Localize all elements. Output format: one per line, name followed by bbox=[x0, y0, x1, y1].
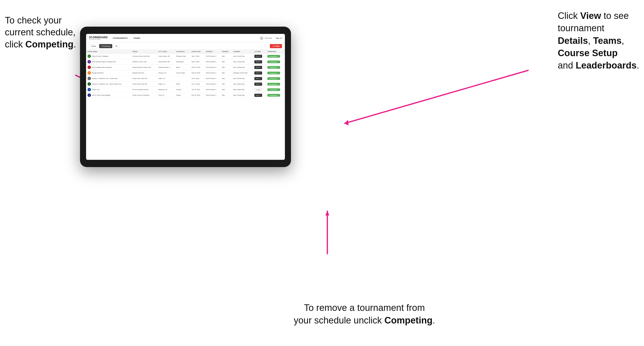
view-button[interactable]: View ⓘ bbox=[254, 66, 262, 69]
col-gender: GENDER bbox=[221, 50, 232, 53]
event-name: 2023 Sahalee Players Championship bbox=[92, 61, 116, 62]
annotation-bot1: To remove a tournament from bbox=[304, 303, 425, 313]
actions-cell: View ⓘ bbox=[253, 93, 266, 98]
event-name: Papago Individual bbox=[92, 72, 104, 74]
create-button[interactable]: + Create bbox=[270, 44, 282, 48]
team-logo: P bbox=[88, 71, 91, 75]
view-button[interactable]: View ⓘ bbox=[254, 55, 262, 58]
filter-all-btn[interactable]: All bbox=[113, 44, 120, 48]
view-button[interactable]: View ⓘ bbox=[254, 71, 262, 75]
hosted-by-cell: Hawaii bbox=[175, 93, 190, 98]
nav-tournaments[interactable]: TOURNAMENTS bbox=[112, 36, 128, 40]
event-name-cell: H John A. Burns Intercollegiate bbox=[86, 93, 131, 98]
start-date-cell: Sep 18, 2023 bbox=[190, 70, 205, 76]
venue-cell: Ak-Chin Southern Dunes bbox=[131, 87, 157, 93]
table-row: P Papago Individual Papago Golf ClubPhoe… bbox=[86, 70, 285, 76]
annotation-tr-and: and bbox=[558, 60, 576, 70]
annotation-bot2: your schedule unclick bbox=[294, 315, 384, 326]
actions-cell: ✏ Edit bbox=[253, 87, 266, 93]
competing-cell: Competing ✓ bbox=[266, 65, 285, 70]
competing-cell: Competing ✓ bbox=[266, 81, 285, 87]
brand-sub: Powered by clippi bbox=[89, 39, 108, 40]
city-state-cell: Maricopa, AZ bbox=[157, 87, 175, 93]
competing-cell: Competing ✓ bbox=[266, 70, 285, 76]
team-logo: H bbox=[88, 93, 91, 97]
division-cell: NCAA Division I bbox=[205, 87, 221, 93]
table-row: F Folds of Honor Collegiate American Dun… bbox=[86, 53, 285, 59]
table-body: F Folds of Honor Collegiate American Dun… bbox=[86, 53, 285, 98]
city-state-cell: Grand Haven, MI bbox=[157, 53, 175, 59]
tablet-screen: SCOREBOARD Powered by clippi TOURNAMENTS… bbox=[86, 34, 285, 160]
table-row: W 2023 Sahalee Players Championship Saha… bbox=[86, 59, 285, 65]
actions-cell: View ⓘ bbox=[253, 81, 266, 87]
filter-home-btn[interactable]: Home bbox=[89, 44, 98, 48]
competing-button[interactable]: Competing ✓ bbox=[268, 94, 280, 97]
competing-button[interactable]: Competing ✓ bbox=[268, 72, 280, 74]
scoring-cell: individual, Stroke Play bbox=[232, 70, 253, 76]
edit-button[interactable]: ✏ Edit bbox=[254, 88, 262, 91]
start-date-cell: Sep 4, 2023 bbox=[190, 53, 205, 59]
table-row: H John A. Burns Intercollegiate Ocean Co… bbox=[86, 93, 285, 98]
event-name-cell: P Papago Individual bbox=[86, 70, 131, 76]
annotation-tr-bold5: Leaderboards bbox=[576, 60, 636, 70]
division-cell: NCAA Division I bbox=[205, 53, 221, 59]
col-scoring: SCORING bbox=[232, 50, 253, 53]
gender-cell: Men bbox=[221, 70, 232, 76]
competing-button[interactable]: Competing ✓ bbox=[268, 88, 280, 91]
annotation-tr1: Click bbox=[558, 11, 580, 21]
scoring-cell: team, Match Play bbox=[232, 81, 253, 87]
view-button[interactable]: View ⓘ bbox=[254, 94, 262, 97]
hosted-by-cell: Illinois bbox=[175, 65, 190, 70]
competing-button[interactable]: Competing ✓ bbox=[268, 55, 280, 58]
actions-cell: View ⓘ bbox=[253, 59, 266, 65]
team-logo: I bbox=[88, 66, 91, 69]
hosted-by-cell: Michigan State bbox=[175, 53, 190, 59]
division-cell: NCAA Division I bbox=[205, 93, 221, 98]
view-button[interactable]: View ⓘ bbox=[254, 83, 262, 86]
col-venue: VENUE bbox=[131, 50, 157, 53]
annotation-tr-bold2: Details bbox=[558, 36, 588, 46]
annotation-tr-comma: , bbox=[588, 36, 593, 46]
competing-cell: Competing ✓ bbox=[266, 93, 285, 98]
gender-cell: Men bbox=[221, 53, 232, 59]
start-date-cell: Oct 9, 2023 bbox=[190, 76, 205, 81]
annotation-period: . bbox=[74, 39, 76, 49]
venue-cell: Papago Golf Club bbox=[131, 70, 157, 76]
event-name-cell: J Jackson T. Stephens Cup – Men's Match … bbox=[86, 81, 131, 87]
nav-teams[interactable]: TEAMS bbox=[132, 36, 141, 40]
competing-button[interactable]: Competing ✓ bbox=[268, 77, 280, 80]
annotation-line3: click bbox=[5, 39, 25, 49]
annotation-line1: To check your bbox=[5, 15, 62, 25]
annotation-bot-period: . bbox=[432, 315, 435, 326]
filter-competing-btn[interactable]: Competing bbox=[99, 44, 112, 48]
city-state-cell: Sammamish, WA bbox=[157, 59, 175, 65]
city-state-cell: Dallas, TX bbox=[157, 81, 175, 87]
division-cell: NCAA Division I bbox=[205, 81, 221, 87]
division-cell: NCAA Division I bbox=[205, 76, 221, 81]
col-actions: ACTIONS bbox=[253, 50, 266, 53]
filter-row: Home Competing All + Create bbox=[86, 43, 285, 50]
actions-cell: View ⓘ bbox=[253, 76, 266, 81]
col-city-state: CITY, STATE bbox=[157, 50, 175, 53]
team-logo: J bbox=[88, 77, 91, 80]
sign-out-link[interactable]: Sign out bbox=[276, 37, 282, 39]
gender-cell: Men bbox=[221, 76, 232, 81]
view-button[interactable]: View ⓘ bbox=[254, 77, 262, 80]
competing-button[interactable]: Competing ✓ bbox=[268, 83, 280, 85]
city-state-cell: Dallas, TX bbox=[157, 76, 175, 81]
team-logo: F bbox=[88, 54, 91, 58]
competing-cell: Competing ✓ bbox=[266, 87, 285, 93]
event-name: John A. Burns Intercollegiate bbox=[92, 94, 110, 96]
competing-button[interactable]: Competing ✓ bbox=[268, 66, 280, 69]
annotation-bot-bold: Competing bbox=[384, 315, 432, 326]
col-competing: COMPETING bbox=[266, 50, 285, 53]
col-hosted-by: HOSTED BY bbox=[175, 50, 190, 53]
competing-button[interactable]: Competing ✓ bbox=[268, 60, 280, 63]
competing-cell: Competing ✓ bbox=[266, 59, 285, 65]
view-button[interactable]: View ⓘ bbox=[254, 60, 262, 63]
gender-cell: Men bbox=[221, 93, 232, 98]
annotation-tr2: tournament bbox=[558, 23, 604, 33]
annotation-tr-period: . bbox=[636, 60, 639, 70]
user-icon bbox=[260, 36, 263, 40]
venue-cell: Trinity Forest Golf Club bbox=[131, 76, 157, 81]
